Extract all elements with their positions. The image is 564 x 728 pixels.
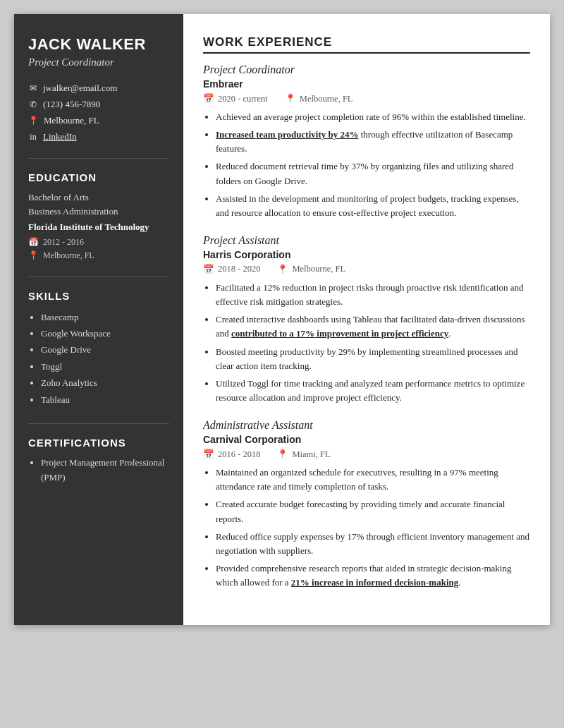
job-meta-0: 📅 2020 - current 📍 Melbourne, FL — [203, 93, 530, 104]
highlight-1-1: contributed to a 17% improvement in proj… — [231, 328, 448, 339]
bullet-2-1: Created accurate budget forecasting by p… — [216, 497, 530, 526]
edu-location: 📍 Melbourne, FL — [28, 250, 169, 261]
edu-location-icon: 📍 — [28, 250, 39, 261]
job-title-1: Project Assistant — [203, 234, 530, 247]
edu-degree: Bachelor of Arts Business Administration — [28, 190, 169, 218]
highlight-0-1: Increased team productivity by 24% — [216, 129, 358, 140]
job-years-0: 📅 2020 - current — [203, 93, 268, 104]
resume: JACK WALKER Project Coordinator ✉ jwalke… — [14, 14, 550, 625]
bullet-1-1: Created interactive dashboards using Tab… — [216, 313, 530, 341]
calendar-icon-2: 📅 — [203, 449, 214, 460]
job-location-1: 📍 Melbourne, FL — [277, 264, 345, 275]
location-text: Melbourne, FL — [44, 115, 99, 126]
job-company-1: Harris Corporation — [203, 249, 530, 260]
job-bullets-1: Facilitated a 12% reduction in project r… — [203, 281, 530, 405]
job-0: Project CoordinatorEmbraer 📅 2020 - curr… — [203, 63, 530, 220]
job-2: Administrative AssistantCarnival Corpora… — [203, 419, 530, 590]
bullet-1-2: Boosted meeting productivity by 29% by i… — [216, 345, 530, 373]
linkedin-text[interactable]: LinkedIn — [43, 131, 77, 142]
edu-years: 📅 2012 - 2016 — [28, 237, 169, 248]
bullet-0-2: Reduced document retrieval time by 37% b… — [216, 159, 530, 188]
email-icon: ✉ — [28, 83, 38, 94]
job-company-2: Carnival Corporation — [203, 434, 530, 445]
bullet-1-3: Utilized Toggl for time tracking and ana… — [216, 377, 530, 405]
candidate-name: JACK WALKER — [28, 35, 169, 54]
job-bullets-0: Achieved an average project completion r… — [203, 110, 530, 220]
linkedin-item[interactable]: in LinkedIn — [28, 131, 169, 142]
skill-item: Basecamp — [41, 309, 169, 325]
location-icon: 📍 — [28, 116, 39, 126]
job-years-2: 📅 2016 - 2018 — [203, 449, 260, 460]
loc-icon-2: 📍 — [277, 449, 288, 460]
skill-item: Tableau — [41, 392, 169, 408]
contact-section: ✉ jwalker@email.com ✆ (123) 456-7890 📍 M… — [28, 83, 169, 142]
job-location-0: 📍 Melbourne, FL — [285, 93, 353, 104]
loc-icon-1: 📍 — [277, 264, 288, 275]
bullet-1-0: Facilitated a 12% reduction in project r… — [216, 281, 530, 309]
sidebar: JACK WALKER Project Coordinator ✉ jwalke… — [14, 14, 183, 625]
email-item: ✉ jwalker@email.com — [28, 83, 169, 94]
linkedin-icon: in — [28, 132, 38, 142]
bullet-2-0: Maintained an organized schedule for exe… — [216, 466, 530, 494]
skill-item: Toggl — [41, 358, 169, 375]
phone-text: (123) 456-7890 — [43, 99, 100, 110]
job-1: Project AssistantHarris Corporation 📅 20… — [203, 234, 530, 405]
certifications-section-title: CERTIFICATIONS — [28, 437, 169, 449]
skill-item: Google Workspace — [41, 325, 169, 341]
bullet-0-0: Achieved an average project completion r… — [216, 110, 530, 124]
phone-icon: ✆ — [28, 99, 38, 110]
job-location-2: 📍 Miami, FL — [277, 449, 330, 460]
phone-item: ✆ (123) 456-7890 — [28, 99, 169, 110]
divider-2 — [28, 277, 169, 277]
work-experience-title: WORK EXPERIENCE — [203, 35, 530, 54]
edu-calendar-icon: 📅 — [28, 237, 39, 248]
email-text: jwalker@email.com — [43, 83, 117, 94]
calendar-icon-0: 📅 — [203, 93, 214, 104]
job-company-0: Embraer — [203, 78, 530, 90]
jobs-container: Project CoordinatorEmbraer 📅 2020 - curr… — [203, 63, 530, 590]
candidate-title: Project Coordinator — [28, 56, 169, 68]
edu-years-text: 2012 - 2016 — [43, 237, 84, 248]
job-title-2: Administrative Assistant — [203, 419, 530, 432]
main-content: WORK EXPERIENCE Project CoordinatorEmbra… — [183, 14, 550, 625]
divider-3 — [28, 423, 169, 424]
bullet-2-2: Reduced office supply expenses by 17% th… — [216, 530, 530, 558]
skill-item: Google Drive — [41, 341, 169, 358]
job-title-0: Project Coordinator — [203, 63, 530, 76]
edu-location-text: Melbourne, FL — [43, 250, 94, 261]
location-item: 📍 Melbourne, FL — [28, 115, 169, 126]
cert-item: Project Management Professional (PMP) — [41, 456, 169, 485]
job-bullets-2: Maintained an organized schedule for exe… — [203, 466, 530, 590]
calendar-icon-1: 📅 — [203, 264, 214, 275]
education-section-title: EDUCATION — [28, 171, 169, 183]
skills-list: BasecampGoogle WorkspaceGoogle DriveTogg… — [28, 309, 169, 408]
skills-section-title: SKILLS — [28, 290, 169, 302]
highlight-2-3: 21% increase in informed decision-making — [291, 577, 458, 588]
job-meta-2: 📅 2016 - 2018 📍 Miami, FL — [203, 449, 530, 460]
job-years-1: 📅 2018 - 2020 — [203, 264, 260, 275]
loc-icon-0: 📍 — [285, 93, 296, 104]
divider-1 — [28, 158, 169, 159]
certifications-list: Project Management Professional (PMP) — [28, 456, 169, 485]
bullet-2-3: Provided comprehensive research reports … — [216, 562, 530, 590]
edu-school: Florida Institute of Technology — [28, 221, 169, 233]
job-meta-1: 📅 2018 - 2020 📍 Melbourne, FL — [203, 264, 530, 275]
bullet-0-3: Assisted in the development and monitori… — [216, 192, 530, 220]
bullet-0-1: Increased team productivity by 24% throu… — [216, 128, 530, 156]
skill-item: Zoho Analytics — [41, 375, 169, 391]
